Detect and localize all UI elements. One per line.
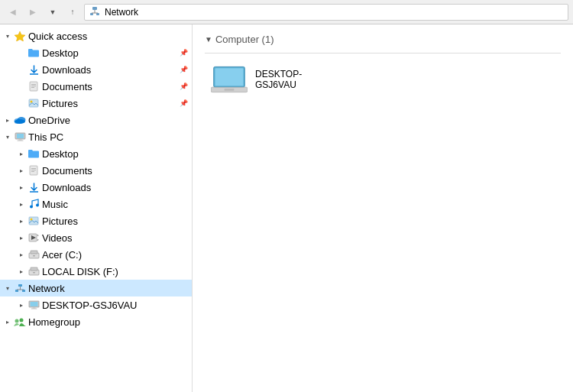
network-icon [14,282,26,294]
dropdown-button[interactable]: ▼ [44,4,61,21]
network-label: Network [28,283,189,294]
svg-rect-39 [18,284,22,287]
svg-rect-18 [18,139,21,140]
pin-icon-pictures: 📌 [178,98,189,109]
sidebar-item-this-pc[interactable]: This PC [0,128,192,145]
pictures-label-pc: Pictures [42,215,189,227]
content-area: ▼ Computer (1) DESKTOP-GSJ6VAU [193,24,573,392]
local-disk-f-icon [28,265,40,277]
onedrive-icon [14,114,26,126]
sidebar-item-downloads-qa[interactable]: Downloads 📌 [0,61,192,78]
back-button[interactable]: ◀ [5,4,21,21]
sidebar-item-videos-pc[interactable]: Videos [0,229,192,246]
address-bar[interactable]: Network [84,4,568,21]
svg-point-48 [15,319,19,322]
desktop-folder-icon-qa [28,47,40,59]
music-icon-pc [28,198,40,210]
quick-access-icon [14,30,26,42]
svg-point-15 [15,119,25,124]
computer-item-desktop[interactable]: DESKTOP-GSJ6VAU [205,61,327,98]
this-pc-icon [14,131,26,143]
expand-downloads-pc[interactable] [15,181,28,193]
svg-rect-17 [17,134,24,138]
sidebar-item-downloads-pc[interactable]: Downloads [0,179,192,196]
section-chevron: ▼ [205,35,212,44]
sidebar-item-desktop-qa[interactable]: Desktop 📌 [0,44,192,61]
sidebar-item-desktop-pc[interactable]: Desktop [0,145,192,162]
sidebar-item-onedrive[interactable]: OneDrive [0,112,192,128]
expand-videos-pc[interactable] [15,232,28,244]
expand-pictures-pc[interactable] [15,215,28,227]
documents-icon-qa [28,80,40,92]
svg-point-25 [30,206,33,209]
svg-rect-45 [30,302,37,306]
onedrive-label: OneDrive [28,115,189,126]
acer-c-label: Acer (C:) [42,249,189,261]
svg-rect-20 [30,166,37,175]
acer-c-icon [28,248,40,261]
sidebar-item-local-disk-f[interactable]: LOCAL DISK (F:) [0,263,192,280]
laptop-icon [211,66,248,93]
expand-desktop-pc[interactable] [15,147,28,160]
svg-rect-35 [33,255,35,257]
svg-marker-5 [15,31,25,41]
videos-label-pc: Videos [42,232,189,244]
expand-documents-pc[interactable] [15,164,28,177]
expand-local-disk-f[interactable] [15,265,28,277]
pin-icon-desktop: 📌 [178,47,189,58]
sidebar-item-documents-qa[interactable]: Documents 📌 [0,78,192,95]
svg-line-31 [37,235,38,236]
computer-icon-wrap [211,66,248,93]
up-button[interactable]: ↑ [64,4,81,21]
svg-rect-53 [225,89,235,91]
svg-rect-27 [29,217,38,225]
pictures-icon-pc [28,215,40,227]
local-disk-f-label: LOCAL DISK (F:) [42,266,189,277]
computer-item-label: DESKTOP-GSJ6VAU [255,69,321,90]
sidebar-item-pictures-qa[interactable]: Pictures 📌 [0,95,192,112]
downloads-icon-pc [28,181,40,193]
videos-icon-pc [28,232,40,244]
svg-rect-47 [31,309,37,309]
address-path: Network [105,7,138,18]
sidebar-item-pictures-pc[interactable]: Pictures [0,212,192,229]
documents-icon-pc [28,164,40,177]
sidebar-item-network[interactable]: Network [0,280,192,296]
svg-rect-46 [32,308,35,309]
expand-network[interactable] [2,282,14,294]
sidebar-item-documents-pc[interactable]: Documents [0,162,192,179]
desktop-network-label: DESKTOP-GSJ6VAU [42,300,189,311]
expand-quick-access[interactable] [2,30,14,42]
sidebar-item-desktop-network[interactable]: DESKTOP-GSJ6VAU [0,296,192,313]
expand-music-pc[interactable] [15,198,28,210]
sidebar-item-music-pc[interactable]: Music [0,196,192,212]
desktop-label-qa: Desktop [42,47,178,59]
homegroup-label: Homegroup [28,316,189,328]
pin-icon-downloads: 📌 [178,64,189,75]
svg-rect-19 [17,140,23,141]
svg-rect-0 [92,7,97,10]
section-header: ▼ Computer (1) [205,34,561,45]
svg-rect-51 [215,68,244,86]
expand-onedrive[interactable] [2,114,14,126]
svg-rect-11 [29,99,38,107]
section-title: Computer (1) [215,34,274,45]
titlebar: ◀ ▶ ▼ ↑ Network [0,0,573,24]
computer-network-icon [28,299,40,311]
downloads-icon-qa [28,63,40,76]
documents-label-pc: Documents [42,165,189,177]
forward-button[interactable]: ▶ [24,4,41,21]
svg-point-26 [36,204,39,207]
documents-label-qa: Documents [42,81,178,92]
music-label-pc: Music [42,199,189,210]
downloads-label-pc: Downloads [42,182,189,193]
expand-acer-c[interactable] [15,248,28,261]
sidebar-item-quick-access[interactable]: Quick access [0,28,192,44]
sidebar-item-homegroup[interactable]: Homegroup [0,313,192,330]
expand-desktop-network[interactable] [15,299,28,311]
sidebar-item-acer-c[interactable]: Acer (C:) [0,246,192,263]
expand-this-pc[interactable] [2,131,14,143]
svg-rect-40 [15,290,18,292]
expand-homegroup[interactable] [2,316,14,328]
downloads-label-qa: Downloads [42,64,178,76]
